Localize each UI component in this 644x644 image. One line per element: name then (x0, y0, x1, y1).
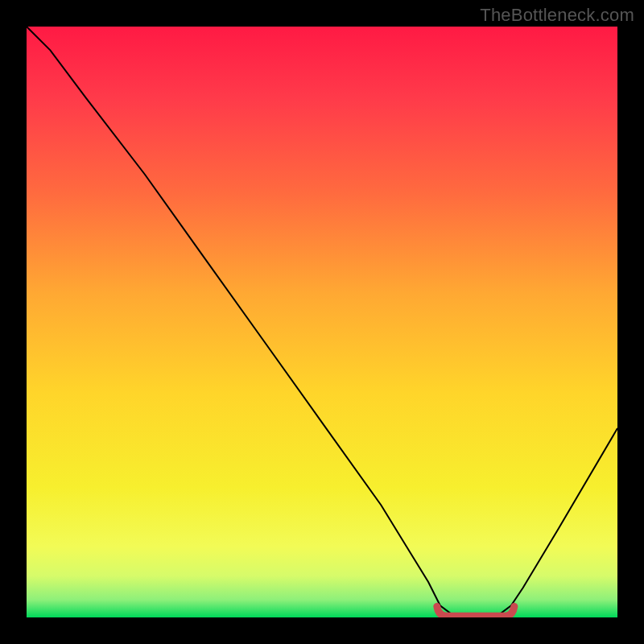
watermark-text: TheBottleneck.com (480, 5, 634, 26)
chart-background (27, 27, 617, 617)
chart-svg (27, 27, 617, 617)
chart-plot-area (27, 27, 617, 617)
